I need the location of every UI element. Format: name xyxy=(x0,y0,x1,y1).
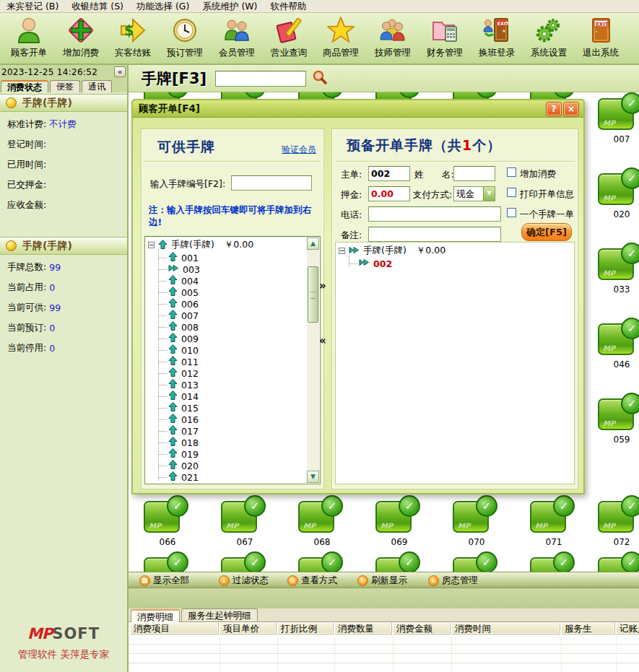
hand-tag-tile-partial[interactable]: MP✓ xyxy=(221,551,269,572)
hand-tag-tile-partial[interactable]: MP✓ xyxy=(298,551,346,572)
hand-tag-tile-069[interactable]: MP✓069 xyxy=(375,495,423,549)
tree-expander-icon[interactable]: − xyxy=(148,242,155,248)
sidebar-tab-3[interactable]: 通讯 xyxy=(82,80,112,92)
tree-item-010[interactable]: 010 xyxy=(158,344,200,356)
menu-item[interactable]: 收银结算 (S) xyxy=(65,0,130,13)
tree-item-019[interactable]: 019 xyxy=(158,448,200,460)
tree-item-016[interactable]: 016 xyxy=(158,414,200,425)
tree-item-003[interactable]: 003 xyxy=(158,263,200,275)
main-order-input[interactable] xyxy=(368,166,410,181)
view-toolbar-显示全部[interactable]: ▦显示全部 xyxy=(139,572,189,589)
column-header-服务生[interactable]: 服务生 xyxy=(561,622,614,634)
tree-item-006[interactable]: 006 xyxy=(158,298,200,310)
dialog-title-bar[interactable]: 顾客开单[F4] xyxy=(133,100,583,118)
tree-scrollbar[interactable]: ▲ ▼ xyxy=(307,237,319,483)
scroll-down-button[interactable]: ▼ xyxy=(307,471,319,483)
scroll-up-button[interactable]: ▲ xyxy=(307,237,319,250)
hand-tag-tile-partial[interactable]: MP✓ xyxy=(530,551,578,572)
tree-item-001[interactable]: 001 xyxy=(158,252,200,263)
toolbar-button-宾客结账[interactable]: $宾客结账 xyxy=(107,14,159,64)
pay-method-select[interactable]: 现金 ▼ xyxy=(453,186,495,201)
menu-item[interactable]: 软件帮助 xyxy=(264,0,313,13)
menu-item[interactable]: 功能选择 (G) xyxy=(130,0,196,13)
view-toolbar-刷新显示[interactable]: ↻刷新显示 xyxy=(357,572,407,589)
move-left-button[interactable]: « xyxy=(319,334,326,347)
tree-item-020[interactable]: 020 xyxy=(158,460,200,471)
tree-item-007[interactable]: 007 xyxy=(158,310,200,321)
toolbar-button-增加消费[interactable]: 增加消费 xyxy=(55,14,107,64)
view-toolbar-过滤状态[interactable]: ↓过滤状态 xyxy=(219,572,269,589)
tree-item-013[interactable]: 013 xyxy=(158,379,200,390)
toolbar-button-预订管理[interactable]: 预订管理 xyxy=(159,14,211,64)
column-header-消费项目[interactable]: 消费项目 xyxy=(130,622,218,634)
memo-input[interactable] xyxy=(368,227,501,242)
menu-item[interactable]: 来宾登记 (B) xyxy=(0,0,65,13)
toolbar-button-换班登录[interactable]: EXIT换班登录 xyxy=(471,14,523,64)
one-tag-one-order-checkbox[interactable] xyxy=(507,208,516,217)
tree-item-008[interactable]: 008 xyxy=(158,321,200,333)
hand-tag-tile-070[interactable]: MP✓070 xyxy=(453,495,500,549)
tree-item-011[interactable]: 011 xyxy=(158,356,200,367)
tree-item-022[interactable]: 022 xyxy=(158,483,200,484)
tree-item-021[interactable]: 021 xyxy=(158,471,200,483)
sidebar-group-header-1[interactable]: 手牌(手牌) xyxy=(0,94,127,112)
hand-tag-tile-072[interactable]: MP✓072 xyxy=(598,495,639,549)
toolbar-button-营业查询[interactable]: 营业查询 xyxy=(263,14,315,64)
hand-tag-tile-033[interactable]: MP✓033 xyxy=(598,243,639,296)
toolbar-button-技师管理[interactable]: 技师管理 xyxy=(367,14,419,64)
verify-member-link[interactable]: 验证会员 xyxy=(282,144,316,156)
tree-item-017[interactable]: 017 xyxy=(158,425,200,437)
detail-tab-2[interactable]: 服务生起钟明细 xyxy=(181,608,258,621)
toolbar-button-顾客开单[interactable]: 顾客开单 xyxy=(3,14,55,64)
toolbar-button-系统设置[interactable]: 系统设置 xyxy=(523,14,575,64)
detail-tab-1[interactable]: 消费明细 xyxy=(131,609,180,622)
tree-item-002[interactable]: 002 xyxy=(349,258,392,269)
chevron-down-icon[interactable]: ▼ xyxy=(483,187,495,201)
hand-tag-tile-partial[interactable]: MP✓ xyxy=(375,551,423,572)
add-consume-checkbox[interactable] xyxy=(507,167,516,177)
tree-item-012[interactable]: 012 xyxy=(158,367,200,379)
hand-tag-tile-partial[interactable]: MP✓ xyxy=(144,551,191,572)
tree-root-row[interactable]: − 手牌(手牌) ￥0.00 xyxy=(148,239,253,251)
collapse-sidebar-button[interactable]: « xyxy=(114,66,126,77)
tree-item-005[interactable]: 005 xyxy=(158,287,200,298)
hand-tag-tile-066[interactable]: MP✓066 xyxy=(144,495,191,549)
hand-tag-tile-068[interactable]: MP✓068 xyxy=(298,495,346,549)
toolbar-button-财务管理[interactable]: 财务管理 xyxy=(419,14,471,64)
tree-root-row[interactable]: − 手牌(手牌) ￥0.00 xyxy=(339,245,445,257)
column-header-记账人[interactable]: 记账人 xyxy=(616,622,639,634)
print-open-info-checkbox[interactable] xyxy=(507,188,516,197)
search-icon[interactable] xyxy=(312,69,328,87)
dialog-help-button[interactable]: ? xyxy=(547,102,561,115)
sidebar-tab-1[interactable]: 消费状态 xyxy=(1,80,48,92)
toolbar-button-退出系统[interactable]: EXIT退出系统 xyxy=(575,14,627,64)
column-header-消费数量[interactable]: 消费数量 xyxy=(334,622,391,634)
sidebar-group-header-2[interactable]: 手牌(手牌) xyxy=(0,237,127,255)
column-header-消费金额[interactable]: 消费金额 xyxy=(393,622,450,634)
view-toolbar-房态管理[interactable]: ⌂房态管理 xyxy=(428,572,478,589)
hand-tag-tile-020[interactable]: MP✓020 xyxy=(598,167,639,221)
column-header-消费时间[interactable]: 消费时间 xyxy=(451,622,560,634)
confirm-button[interactable]: 确定[F5] xyxy=(521,223,572,241)
sidebar-tab-2[interactable]: 便签 xyxy=(50,80,80,92)
menu-item[interactable]: 系统维护 (W) xyxy=(196,0,264,13)
hand-tag-tile-071[interactable]: MP✓071 xyxy=(530,495,578,549)
name-input[interactable] xyxy=(453,166,495,181)
hand-tag-tile-partial[interactable]: MP✓ xyxy=(598,551,639,572)
move-right-button[interactable]: » xyxy=(319,279,326,292)
view-toolbar-查看方式[interactable]: ◎查看方式 xyxy=(287,572,337,589)
hand-tag-tile-007[interactable]: MP✓007 xyxy=(598,92,639,146)
hand-tag-tile-046[interactable]: MP✓046 xyxy=(598,318,639,371)
tree-item-018[interactable]: 018 xyxy=(158,437,200,448)
tree-item-004[interactable]: 004 xyxy=(158,275,200,287)
hand-tag-tile-067[interactable]: MP✓067 xyxy=(221,495,269,549)
column-header-项目单价[interactable]: 项目单价 xyxy=(219,622,276,634)
tree-item-009[interactable]: 009 xyxy=(158,333,200,344)
toolbar-button-会员管理[interactable]: 会员管理 xyxy=(211,14,263,64)
column-header-打折比例[interactable]: 打折比例 xyxy=(277,622,333,634)
tree-item-015[interactable]: 015 xyxy=(158,402,200,414)
hand-tag-search-input[interactable] xyxy=(215,71,306,87)
deposit-input[interactable] xyxy=(368,186,410,201)
tag-number-input[interactable] xyxy=(231,175,312,191)
tree-expander-icon[interactable]: − xyxy=(339,248,345,254)
